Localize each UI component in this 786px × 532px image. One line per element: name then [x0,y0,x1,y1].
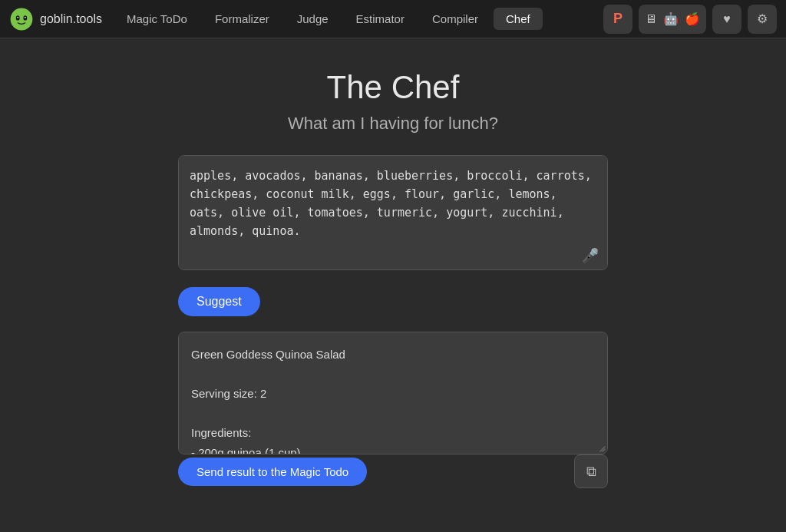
tab-compiler[interactable]: Compiler [420,8,490,30]
send-magic-todo-button[interactable]: Send result to the Magic Todo [178,458,367,486]
brand-name-label: goblin.tools [40,12,102,26]
page-title: The Chef [327,69,460,106]
nav-tabs: Magic ToDo Formalizer Judge Estimator Co… [114,8,603,30]
settings-button[interactable]: ⚙ [748,5,777,34]
windows-icon: 🖥 [645,12,657,26]
page-subtitle: What am I having for lunch? [288,114,498,134]
heart-icon: ♥ [723,12,731,26]
svg-point-3 [17,16,18,18]
tab-estimator[interactable]: Estimator [344,8,417,30]
microphone-icon[interactable]: 🎤 [582,247,599,264]
nav-right-icons: P 🖥 🤖 🍎 ♥ ⚙ [603,5,777,34]
settings-icon: ⚙ [757,12,768,26]
resize-handle-icon[interactable] [597,444,608,454]
bottom-actions: Send result to the Magic Todo ⧉ [178,454,608,488]
main-content: The Chef What am I having for lunch? 🎤 S… [0,38,786,504]
suggest-button[interactable]: Suggest [178,287,260,316]
favorites-button[interactable]: ♥ [712,5,741,34]
platform-icons-group: 🖥 🤖 🍎 [639,5,706,34]
brand: goblin.tools [9,7,102,31]
navbar: goblin.tools Magic ToDo Formalizer Judge… [0,0,786,38]
tab-judge[interactable]: Judge [285,8,341,30]
copy-button[interactable]: ⧉ [574,454,608,488]
ingredients-input-area: 🎤 [178,155,608,273]
apple-icon: 🍎 [685,12,700,26]
svg-point-0 [11,8,33,30]
copy-icon: ⧉ [586,464,596,480]
goblin-logo-icon [9,7,34,31]
tab-chef[interactable]: Chef [494,8,543,30]
patreon-icon: P [613,11,623,27]
android-icon: 🤖 [663,12,679,26]
patreon-button[interactable]: P [603,5,632,34]
result-container: Green Goddess Quinoa Salad Serving size:… [178,332,608,454]
svg-point-4 [25,16,26,18]
ingredients-textarea[interactable] [178,155,608,270]
tab-formalizer[interactable]: Formalizer [203,8,282,30]
result-box: Green Goddess Quinoa Salad Serving size:… [178,332,608,454]
tab-magic-todo[interactable]: Magic ToDo [114,8,200,30]
